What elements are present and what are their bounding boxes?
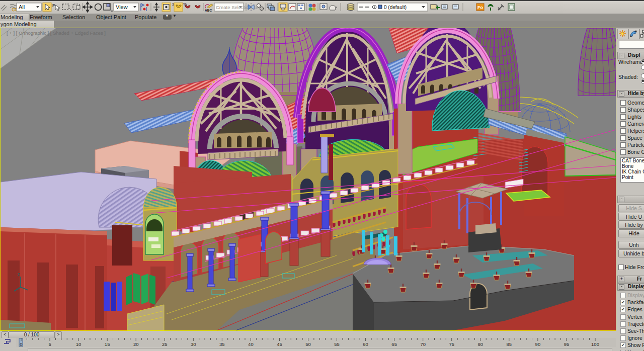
svg-text:10: 10 [76,341,82,347]
svg-text:85: 85 [507,341,512,347]
svg-text:95: 95 [564,341,570,347]
svg-text:All: All [19,4,25,10]
svg-text:25: 25 [162,341,168,347]
svg-text:20: 20 [133,341,139,347]
svg-text:100: 100 [591,341,599,347]
svg-text:55: 55 [334,341,340,347]
svg-text:View: View [116,4,128,10]
svg-text:3: 3 [172,3,174,6]
svg-text:0 (default): 0 (default) [384,5,407,10]
svg-text:45: 45 [277,341,282,347]
svg-text:60: 60 [363,341,368,347]
svg-text:Fo: Fo [477,5,483,10]
svg-text:[ + ] [ Orthographic ] [ Shade: [ + ] [ Orthographic ] [ Shaded + Edged … [7,30,106,36]
svg-text:40: 40 [248,341,254,347]
svg-text:70: 70 [420,341,426,347]
svg-text:0: 0 [20,341,22,347]
svg-text:50: 50 [305,341,311,347]
svg-text:35: 35 [219,341,225,347]
svg-text:80: 80 [478,341,484,347]
svg-text:ABC: ABC [205,9,212,12]
svg-text:F: F [52,3,55,8]
svg-text:75: 75 [449,341,454,347]
svg-text:z: z [18,272,20,277]
svg-text:30: 30 [191,341,196,347]
svg-text:90: 90 [535,341,541,347]
svg-text:65: 65 [391,341,397,347]
svg-text:15: 15 [105,341,110,347]
svg-text:5: 5 [48,341,51,347]
